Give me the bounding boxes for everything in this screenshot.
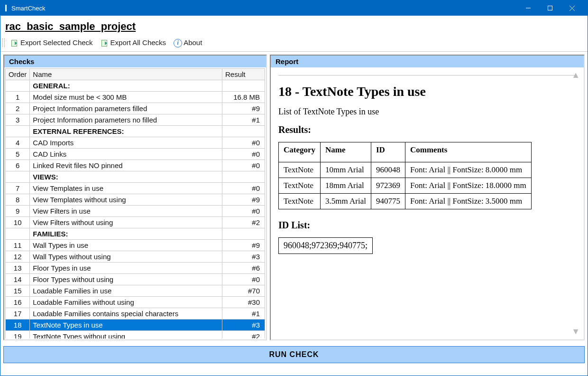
table-row[interactable]: 1Model size must be < 300 MB16.8 MB: [6, 92, 265, 103]
table-row[interactable]: 3Project Information parameters no fille…: [6, 114, 265, 126]
table-row[interactable]: EXTERNAL REFERENCES:: [6, 126, 265, 137]
col-rname: Name: [321, 142, 371, 162]
table-row[interactable]: 14Floor Types without using#0: [6, 274, 265, 285]
about-button[interactable]: About: [171, 38, 205, 47]
table-row[interactable]: 6Linked Revit files NO pinned#0: [6, 160, 265, 171]
table-row[interactable]: FAMILIES:: [6, 228, 265, 240]
export-all-label: Export All Checks: [110, 38, 166, 47]
maximize-button[interactable]: [539, 0, 561, 16]
cell-order: 9: [6, 206, 30, 217]
about-label: About: [184, 38, 202, 47]
cell-order: 2: [6, 103, 30, 114]
col-order[interactable]: Order: [6, 69, 30, 80]
col-name[interactable]: Name: [30, 69, 222, 80]
titlebar: SmartCheck: [0, 0, 588, 16]
table-row[interactable]: VIEWS:: [6, 171, 265, 183]
report-results-table: Category Name ID Comments TextNote10mm A…: [278, 142, 532, 209]
cell-name: 3.5mm Arial: [321, 194, 371, 209]
table-row: TextNote3.5mm Arial940775Font: Arial || …: [279, 194, 532, 209]
cell-order: 13: [6, 263, 30, 274]
table-row[interactable]: 17Loadable Families contains special cha…: [6, 308, 265, 320]
cell-order: 16: [6, 297, 30, 308]
table-row[interactable]: GENERAL:: [6, 80, 265, 92]
cell-result: #2: [222, 217, 265, 228]
table-row[interactable]: 4CAD Imports#0: [6, 137, 265, 149]
table-row[interactable]: 8View Templates without using#9: [6, 194, 265, 206]
table-row[interactable]: 18TextNote Types in use#3: [6, 320, 265, 331]
cell-comments: Font: Arial || FontSize: 8.0000 mm: [405, 162, 531, 178]
col-comments: Comments: [405, 142, 531, 162]
cell-name: View Templates without using: [30, 194, 222, 206]
cell-name: Floor Types without using: [30, 274, 222, 285]
report-panel-title: Report: [271, 56, 584, 67]
table-row[interactable]: 15Loadable Families in use#70: [6, 285, 265, 297]
cell-order: 12: [6, 251, 30, 263]
table-row[interactable]: 5CAD Links#0: [6, 149, 265, 160]
cell-name: Loadable Families in use: [30, 285, 222, 297]
cell-name: Floor Types in use: [30, 263, 222, 274]
document-title: rac_basic_sample_project: [5, 20, 585, 33]
export-selected-button[interactable]: Export Selected Check: [8, 38, 96, 47]
close-button[interactable]: [561, 0, 583, 16]
cell-result: #0: [222, 206, 265, 217]
run-check-button[interactable]: RUN CHECK: [3, 346, 585, 363]
cell-result: #0: [222, 160, 265, 171]
cell-order: 1: [6, 92, 30, 103]
cell-result: #9: [222, 103, 265, 114]
cell-category: TextNote: [279, 194, 321, 209]
table-row[interactable]: 19TextNote Types without using#2: [6, 331, 265, 339]
cell-result: #6: [222, 263, 265, 274]
table-row[interactable]: 9View Filters in use#0: [6, 206, 265, 217]
cell-name: 10mm Arial: [321, 162, 371, 178]
table-row[interactable]: 12Wall Types without using#3: [6, 251, 265, 263]
export-icon: [101, 39, 108, 47]
cell-name: Loadable Families without using: [30, 297, 222, 308]
toolbar: Export Selected Check Export All Checks …: [0, 36, 588, 52]
col-category: Category: [279, 142, 321, 162]
app-icon: [5, 5, 7, 11]
cell-name: TextNote Types without using: [30, 331, 222, 339]
cell-id: 960048: [371, 162, 405, 178]
cell-order: 7: [6, 183, 30, 194]
cell-result: #0: [222, 137, 265, 149]
table-row[interactable]: 11Wall Types in use#9: [6, 240, 265, 251]
col-result[interactable]: Result: [222, 69, 265, 80]
cell-name: Wall Types in use: [30, 240, 222, 251]
table-row[interactable]: 7View Templates in use#0: [6, 183, 265, 194]
cell-result: #9: [222, 240, 265, 251]
cell-result: 16.8 MB: [222, 92, 265, 103]
cell-result: #30: [222, 297, 265, 308]
export-all-button[interactable]: Export All Checks: [98, 38, 169, 47]
cell-category: TextNote: [279, 162, 321, 178]
cell-name: Wall Types without using: [30, 251, 222, 263]
cell-result: #1: [222, 308, 265, 320]
cell-result: #2: [222, 331, 265, 339]
report-body[interactable]: ▲ 18 - TextNote Types in use List of Tex…: [272, 68, 583, 338]
scroll-up-icon[interactable]: ▲: [571, 70, 580, 80]
cell-order: 15: [6, 285, 30, 297]
cell-name: Loadable Families contains special chara…: [30, 308, 222, 320]
checks-panel: Checks Order Name Result GEN: [3, 55, 267, 340]
section-header: EXTERNAL REFERENCES:: [30, 126, 222, 137]
cell-result: #0: [222, 274, 265, 285]
cell-id: 940775: [371, 194, 405, 209]
table-row[interactable]: 13Floor Types in use#6: [6, 263, 265, 274]
cell-order: 17: [6, 308, 30, 320]
checks-table: Order Name Result GENERAL:1Model size mu…: [5, 68, 265, 338]
table-row[interactable]: 2Project Information parameters filled#9: [6, 103, 265, 114]
window-title: SmartCheck: [11, 5, 46, 12]
checks-scroll[interactable]: Order Name Result GENERAL:1Model size mu…: [5, 68, 265, 338]
table-row: TextNote18mm Arial972369Font: Arial || F…: [279, 178, 532, 194]
cell-order: 18: [6, 320, 30, 331]
report-description: List of TextNote Types in use: [278, 107, 576, 117]
table-row[interactable]: 16Loadable Families without using#30: [6, 297, 265, 308]
cell-order: 10: [6, 217, 30, 228]
scroll-down-icon[interactable]: ▼: [571, 327, 580, 337]
cell-name: View Filters in use: [30, 206, 222, 217]
table-row[interactable]: 10View Filters without using#2: [6, 217, 265, 228]
cell-id: 972369: [371, 178, 405, 194]
minimize-button[interactable]: [517, 0, 539, 16]
report-divider: [278, 75, 576, 75]
export-selected-label: Export Selected Check: [20, 38, 93, 47]
report-title: 18 - TextNote Types in use: [278, 84, 576, 99]
